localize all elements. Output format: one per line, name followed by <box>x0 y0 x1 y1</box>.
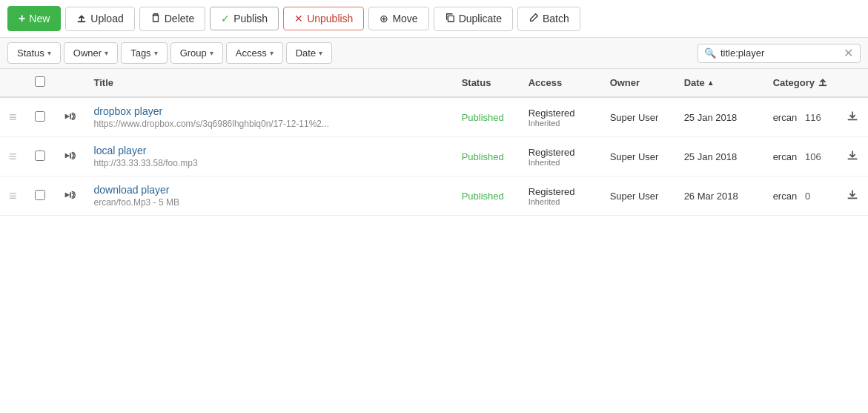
th-icon <box>54 69 85 97</box>
search-icon: 🔍 <box>704 47 716 59</box>
download-icon[interactable] <box>846 189 859 204</box>
item-title[interactable]: download player <box>94 184 444 196</box>
drag-handle[interactable]: ≡ <box>0 137 26 176</box>
access-sub: Inherited <box>529 197 592 206</box>
item-date: 25 Jan 2018 <box>675 97 764 137</box>
duplicate-icon <box>445 13 455 25</box>
th-category: Category <box>764 69 837 97</box>
search-box: 🔍 ✕ <box>698 44 861 63</box>
item-category: ercan 0 <box>764 176 837 216</box>
item-access: Registered Inherited <box>520 176 601 216</box>
item-title[interactable]: local player <box>94 145 444 156</box>
access-main: Registered <box>529 147 592 158</box>
new-button[interactable]: + New <box>7 6 61 31</box>
row-checkbox-cell <box>26 97 54 137</box>
svg-marker-6 <box>64 113 69 119</box>
download-icon[interactable] <box>846 110 859 125</box>
filter-date[interactable]: Date ▾ <box>286 42 332 64</box>
duplicate-button[interactable]: Duplicate <box>434 7 513 31</box>
th-access: Access <box>520 69 601 97</box>
drag-handle[interactable]: ≡ <box>0 97 26 137</box>
trash-icon <box>150 13 161 25</box>
item-title-cell: dropbox player https://www.dropbox.com/s… <box>85 97 453 137</box>
delete-button[interactable]: Delete <box>139 7 205 31</box>
drag-handle[interactable]: ≡ <box>0 176 26 216</box>
item-status: Published <box>453 97 520 137</box>
item-subtitle: http://33.33.33.58/foo.mp3 <box>94 158 444 168</box>
filter-tags[interactable]: Tags ▾ <box>121 42 167 64</box>
svg-marker-14 <box>64 192 69 197</box>
item-title-cell: download player ercan/foo.Mp3 - 5 MB <box>85 176 453 216</box>
th-download <box>837 69 868 97</box>
item-subtitle: ercan/foo.Mp3 - 5 MB <box>94 197 444 208</box>
svg-marker-10 <box>64 153 69 158</box>
item-download <box>837 176 868 216</box>
table-header-row: Title Status Access Owner Date ▲ <box>0 69 868 97</box>
th-drag <box>0 69 26 97</box>
chevron-down-icon: ▾ <box>47 49 51 57</box>
move-icon: ⊕ <box>380 13 388 24</box>
pencil-icon <box>529 13 539 25</box>
check-icon: ✓ <box>221 13 230 24</box>
table-wrap: Title Status Access Owner Date ▲ <box>0 69 868 216</box>
times-icon: ✕ <box>294 13 303 24</box>
access-main: Registered <box>529 108 592 119</box>
svg-rect-11 <box>70 153 71 158</box>
status-badge: Published <box>462 112 504 123</box>
category-count: 0 <box>805 191 810 202</box>
item-date: 25 Jan 2018 <box>675 137 764 176</box>
item-access: Registered Inherited <box>520 97 601 137</box>
row-checkbox-cell <box>26 137 54 176</box>
chevron-down-icon: ▾ <box>270 49 274 57</box>
sort-asc-icon: ▲ <box>707 79 715 87</box>
svg-rect-3 <box>448 16 454 22</box>
item-download <box>837 97 868 137</box>
items-table: Title Status Access Owner Date ▲ <box>0 69 868 216</box>
unpublish-button[interactable]: ✕ Unpublish <box>283 7 364 30</box>
plus-icon: + <box>19 12 25 25</box>
category-label: ercan <box>773 191 798 202</box>
item-title-cell: local player http://33.33.33.58/foo.mp3 <box>85 137 453 176</box>
th-owner: Owner <box>601 69 675 97</box>
download-icon[interactable] <box>846 150 859 165</box>
filter-bar: Status ▾ Owner ▾ Tags ▾ Group ▾ Access ▾… <box>0 38 868 69</box>
th-date[interactable]: Date ▲ <box>675 69 764 97</box>
th-title: Title <box>85 69 453 97</box>
filter-status[interactable]: Status ▾ <box>7 42 61 64</box>
item-status: Published <box>453 137 520 176</box>
th-status: Status <box>453 69 520 97</box>
batch-button[interactable]: Batch <box>517 7 580 31</box>
move-button[interactable]: ⊕ Move <box>368 7 428 30</box>
svg-rect-15 <box>70 192 71 197</box>
chevron-down-icon: ▾ <box>105 49 108 57</box>
row-checkbox[interactable] <box>35 151 45 161</box>
category-upload-icon <box>818 76 828 89</box>
item-type-icon <box>54 97 85 137</box>
select-all-checkbox[interactable] <box>35 76 45 87</box>
item-type-icon <box>54 176 85 216</box>
search-input[interactable] <box>720 47 839 59</box>
upload-button[interactable]: Upload <box>65 7 134 31</box>
category-label: ercan <box>773 112 798 123</box>
row-checkbox[interactable] <box>35 190 45 200</box>
access-sub: Inherited <box>529 158 592 167</box>
filter-owner[interactable]: Owner ▾ <box>64 42 118 64</box>
row-checkbox[interactable] <box>35 111 45 122</box>
filter-group[interactable]: Group ▾ <box>170 42 223 64</box>
table-row: ≡ download player ercan/foo.Mp3 - 5 MB P… <box>0 176 868 216</box>
item-owner: Super User <box>601 176 675 216</box>
row-checkbox-cell <box>26 176 54 216</box>
category-label: ercan <box>773 151 798 162</box>
item-download <box>837 137 868 176</box>
filter-access[interactable]: Access ▾ <box>226 42 283 64</box>
item-title[interactable]: dropbox player <box>94 105 444 117</box>
chevron-down-icon: ▾ <box>154 49 158 57</box>
item-subtitle: https://www.dropbox.com/s/3q6986lhghbiq0… <box>94 119 444 129</box>
publish-button[interactable]: ✓ Publish <box>210 7 279 30</box>
item-owner: Super User <box>601 97 675 137</box>
clear-search-icon[interactable]: ✕ <box>844 47 853 59</box>
item-category: ercan 116 <box>764 97 837 137</box>
table-row: ≡ local player http://33.33.33.58/foo.mp… <box>0 137 868 176</box>
item-type-icon <box>54 137 85 176</box>
access-main: Registered <box>529 186 592 197</box>
